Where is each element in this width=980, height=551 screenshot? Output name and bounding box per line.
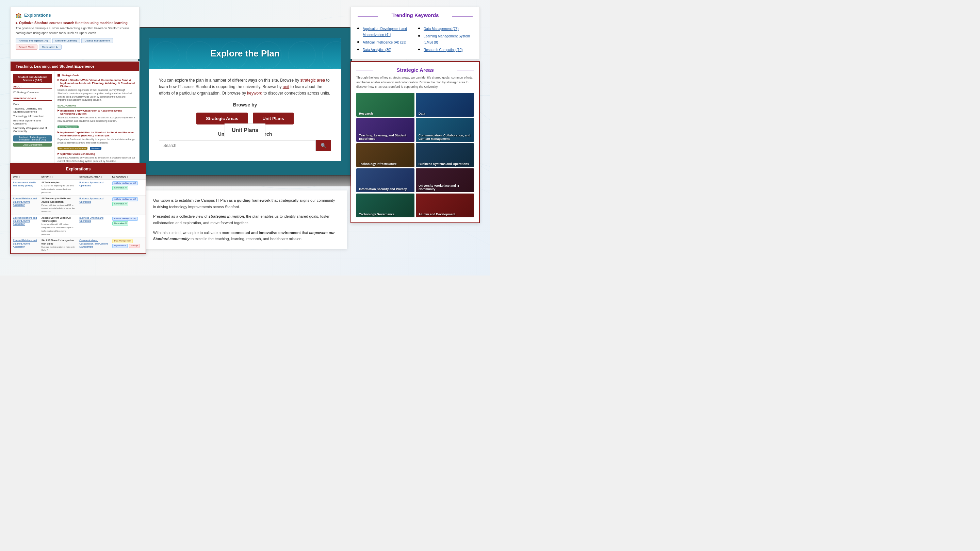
kw-ai-2[interactable]: Artificial Intelligence (AI) (112, 197, 137, 202)
area-bso-2[interactable]: Business Systems and Operations (79, 197, 103, 203)
sas-box: Student and Academic Services (SAS) (13, 74, 52, 83)
area-bso-1[interactable]: Business Systems and Operations (79, 181, 103, 187)
search-button[interactable]: 🔍 (316, 140, 331, 151)
explorations-panel-header: 🏫 Explorations (16, 12, 134, 18)
card-workplace[interactable]: University Workplace and IT Community (416, 168, 474, 192)
trending-item-4[interactable]: Data Management (73) (424, 25, 473, 31)
laptop-screen: Explore the Plan You can explore the pla… (138, 27, 352, 176)
tag-cm[interactable]: Course Management (81, 38, 113, 43)
nav-data[interactable]: Data (13, 102, 52, 106)
kw-ai-3[interactable]: Artificial Intelligence (AI) (112, 217, 137, 221)
trending-item-6[interactable]: Research Computing (10) (424, 46, 473, 52)
effort-ai-disc: AI Discovery for ExRe and Alumni Associa… (40, 195, 77, 215)
tag-ml[interactable]: Machine Learning (52, 38, 80, 43)
goal-1-desc: Enhance students' experience of their ac… (57, 89, 137, 102)
explorations-table-title: Explorations (11, 164, 146, 174)
trending-item-3[interactable]: Data Analytics (30) (363, 46, 412, 52)
tag-gen[interactable]: Generative AI (39, 44, 61, 50)
card-data-label: Data (416, 111, 474, 117)
strategic-areas-button[interactable]: Strategic Areas (196, 113, 248, 124)
trending-link-1[interactable]: Application Development and Modernizatio… (363, 27, 407, 37)
nav-business[interactable]: Business Systems and Operations (13, 118, 52, 126)
unit-exre-2[interactable]: External Relations and Stanford Alumni A… (13, 217, 37, 225)
laptop-stand (138, 176, 352, 182)
strategic-area-link[interactable]: strategic area (301, 78, 325, 83)
badge-registrar: Registrar (90, 147, 102, 150)
trending-link-4[interactable]: Data Management (73) (424, 27, 459, 30)
search-input[interactable] (159, 140, 316, 151)
screen-header: Explore the Plan (149, 38, 341, 69)
card-business[interactable]: Business Systems and Operations (416, 143, 474, 167)
trending-list-left: Application Development and Modernizatio… (358, 25, 412, 52)
trending-link-2[interactable]: Artificial Intelligence (AI) (23) (363, 40, 406, 44)
kw-storage[interactable]: Storage (129, 244, 140, 248)
trending-link-5[interactable]: Learning Management System (LMS) (8) (424, 34, 470, 44)
nav-teaching[interactable]: Teaching, Learning, and Student Experien… (13, 106, 52, 114)
browse-by-title: Browse by (159, 102, 331, 108)
trending-columns: Application Development and Modernizatio… (358, 25, 473, 54)
area-bso-3[interactable]: Business Systems and Operations (79, 217, 103, 222)
unit-link[interactable]: unit (283, 84, 289, 89)
tag-st[interactable]: Search Tools (16, 44, 37, 50)
card-governance[interactable]: Technology Governance (356, 194, 414, 218)
card-data[interactable]: Data (416, 93, 474, 117)
card-teaching[interactable]: Teaching, Learning, and Student Experien… (356, 118, 414, 142)
kw-ai-1[interactable]: Artificial Intelligence (AI) (112, 181, 137, 185)
explorations-table-panel: Explorations UNIT ↕ EFFORT ↕ STRATEGIC A… (10, 163, 146, 254)
kw-gen-2[interactable]: Generative AI (112, 202, 128, 206)
explorations-section-label: Explorations (57, 105, 137, 108)
goal-2-title[interactable]: Implement a New Classroom & Academic Eve… (57, 109, 137, 115)
unit-ehs[interactable]: Environmental Health and Safety (EH&S) (13, 181, 36, 187)
col-keywords[interactable]: KEYWORDS ↕ (110, 174, 146, 179)
browse-buttons: Strategic Areas Unit Plans (159, 113, 331, 124)
col-effort[interactable]: EFFORT ↕ (40, 174, 77, 179)
trending-item-2[interactable]: Artificial Intelligence (AI) (23) (363, 39, 412, 45)
kw-gen-3[interactable]: Generative AI (112, 221, 128, 225)
nav-tech-infra[interactable]: Technology Infrastructure (13, 114, 52, 118)
trending-col-right: Data Management (73) Learning Management… (418, 25, 473, 54)
card-workplace-label: University Workplace and IT Community (416, 183, 474, 192)
tag-ai[interactable]: Artificial Intelligence (AI) (16, 38, 51, 43)
trending-item-5[interactable]: Learning Management System (LMS) (8) (424, 33, 473, 45)
col-unit[interactable]: UNIT ↕ (11, 174, 40, 179)
goal-1-title[interactable]: Build a Stanford-Wide Vision & Commitmen… (57, 79, 137, 88)
card-alumni[interactable]: Alumni and Development (416, 194, 474, 218)
unit-exre[interactable]: External Relations and Stanford Alumni A… (13, 197, 37, 206)
screen-body: You can explore the plan in a number of … (149, 69, 341, 161)
keywords-3: Artificial Intelligence (AI) Generative … (110, 215, 146, 237)
card-business-label: Business Systems and Operations (416, 161, 474, 167)
area-comm[interactable]: Communications, Collaboration, and Conte… (79, 239, 108, 248)
goal-3-title[interactable]: Implement Capabilities for Stanford to S… (57, 131, 137, 137)
unit-plans-button[interactable]: Unit Plans (253, 113, 294, 124)
trending-link-3[interactable]: Data Analytics (30) (363, 48, 391, 52)
nav-it-strategy[interactable]: IT Strategy Overview (13, 90, 52, 95)
exploration-item-title[interactable]: Optimize Stanford courses search functio… (16, 21, 134, 25)
strategic-areas-description: Through the lens of key strategic areas,… (356, 76, 474, 89)
card-tech-infra[interactable]: Technology Infrastructure (356, 143, 414, 167)
intro-text: You can explore the plan in a number of … (159, 77, 331, 97)
unit-exre-3[interactable]: External Relations and Stanford Alumni A… (13, 239, 37, 248)
goal-4-title[interactable]: Optimize Class Scheduling (57, 152, 137, 156)
card-communication[interactable]: Communication, Collaboration, and Conten… (416, 118, 474, 142)
kw-gen-1[interactable]: Generative AI (112, 186, 128, 190)
card-teaching-label: Teaching, Learning, and Student Experien… (356, 132, 414, 142)
exploration-item: Optimize Stanford courses search functio… (16, 21, 134, 50)
card-security[interactable]: Information Security and Privacy (356, 168, 414, 192)
trending-link-6[interactable]: Research Computing (10) (424, 48, 463, 52)
laptop-screen-inner: Explore the Plan You can explore the pla… (149, 38, 341, 161)
table-row: External Relations and Stanford Alumni A… (11, 195, 146, 215)
kw-dm[interactable]: Data Management (112, 239, 132, 243)
main-title: Explore the Plan (159, 48, 331, 59)
kw-media[interactable]: Digital Media (112, 244, 127, 248)
effort-ai-tech: AI Technologies EH&S will be exploring t… (40, 179, 77, 195)
card-research[interactable]: Research (356, 93, 414, 117)
trending-item-1[interactable]: Application Development and Modernizatio… (363, 25, 412, 37)
nav-workplace[interactable]: University Workplace and IT Community (13, 126, 52, 133)
vision-text-3: With this in mind, we aspire to cultivat… (153, 230, 339, 242)
explorations-panel-title: Explorations (24, 13, 51, 18)
col-area[interactable]: STRATEGIC AREA ↕ (77, 174, 110, 179)
exploration-item-desc: The goal is to develop a custom search-r… (16, 26, 134, 35)
trending-title: Trending Keywords (358, 12, 473, 21)
goals-icon (57, 74, 60, 76)
keyword-link[interactable]: keyword (247, 91, 262, 95)
